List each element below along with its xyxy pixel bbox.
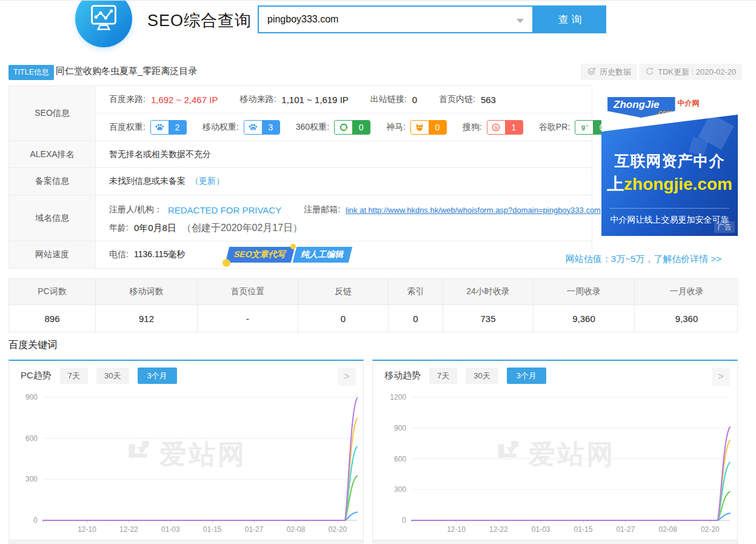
column-header: 一周收录 bbox=[534, 279, 635, 305]
baidu-weight-badge[interactable]: 2 bbox=[150, 120, 187, 135]
outlink-value: 0 bbox=[412, 95, 417, 105]
stat-value: 912 bbox=[96, 305, 198, 332]
mobile-trend-card: 移动趋势 7天 30天 3个月 > 爱站网 0300600900120012-1… bbox=[372, 360, 738, 544]
pc-trend-header: PC趋势 7天 30天 3个月 bbox=[9, 361, 363, 384]
svg-text:01-27: 01-27 bbox=[245, 525, 264, 534]
svg-text:12-10: 12-10 bbox=[78, 525, 96, 534]
360-weight-badge[interactable]: 0 bbox=[334, 120, 370, 135]
stat-value: 896 bbox=[9, 305, 96, 332]
tab-3months[interactable]: 3个月 bbox=[507, 368, 546, 384]
svg-text:600: 600 bbox=[25, 434, 38, 443]
promo-left-text: SEO文章代写 bbox=[226, 247, 295, 263]
row-label: 网站速度 bbox=[9, 241, 96, 268]
next-section-strip bbox=[9, 540, 363, 544]
section-title-baidu-keywords: 百度关键词 bbox=[8, 339, 57, 352]
promo-right-text: 纯人工编辑 bbox=[293, 247, 352, 263]
mobile-trend-chart-area: 爱站网 0300600900120012-1012-2201-0301-1501… bbox=[373, 390, 737, 536]
sogou-weight-label: 搜狗: bbox=[463, 122, 482, 133]
row-label: ALEXA排名 bbox=[9, 141, 96, 167]
svg-text:900: 900 bbox=[25, 393, 38, 401]
tab-7days[interactable]: 7天 bbox=[60, 368, 88, 384]
chevron-down-icon[interactable] bbox=[517, 19, 524, 23]
shenma-weight-value: 0 bbox=[429, 121, 446, 134]
svg-text:S: S bbox=[495, 124, 498, 130]
stat-value: 0 bbox=[389, 305, 443, 332]
dot-decor bbox=[290, 244, 296, 249]
pc-trend-card: PC趋势 7天 30天 3个月 > 爱站网 030060090012-1012-… bbox=[8, 360, 364, 544]
svg-text:12-22: 12-22 bbox=[489, 525, 508, 534]
dot-decor bbox=[222, 259, 230, 267]
site-logo[interactable] bbox=[75, 0, 132, 47]
paw-icon bbox=[151, 121, 169, 134]
mobile-weight-value: 3 bbox=[262, 121, 279, 134]
svg-text:600: 600 bbox=[394, 455, 406, 463]
svg-text:02-08: 02-08 bbox=[287, 525, 306, 534]
age-value: 0年0月8日 bbox=[134, 223, 176, 234]
refresh-icon bbox=[645, 67, 654, 78]
query-button[interactable]: 查 询 bbox=[534, 5, 606, 33]
site-title-text: 同仁堂收购冬虫夏草_零距离泛目录 bbox=[56, 65, 197, 77]
mobile-trend-label: 移动趋势 bbox=[384, 370, 421, 381]
chevron-right-icon[interactable]: > bbox=[338, 368, 356, 386]
pc-trend-label: PC趋势 bbox=[21, 370, 52, 381]
svg-text:01-15: 01-15 bbox=[203, 525, 222, 534]
stat-value: 735 bbox=[443, 305, 534, 332]
tab-3months[interactable]: 3个月 bbox=[138, 368, 177, 384]
logo-text: ZhongJie bbox=[614, 99, 660, 110]
age-note: （创建于2020年02月17日） bbox=[182, 222, 303, 235]
seo-writing-promo-banner[interactable]: SEO文章代写 纯人工编辑 bbox=[227, 247, 350, 263]
svg-text:02-20: 02-20 bbox=[329, 525, 347, 534]
valuation-detail-link[interactable]: 了解估价详情 >> bbox=[654, 254, 721, 264]
column-header: 索引 bbox=[389, 279, 443, 305]
baidu-weight-value: 2 bbox=[169, 121, 186, 134]
layers-icon bbox=[587, 67, 596, 78]
zhongjie-ad-banner[interactable]: ZhongJie.com 中介网 互联网资产中介 上zhongjie.com 中… bbox=[601, 93, 738, 236]
next-section-strip bbox=[373, 540, 737, 544]
tab-7days[interactable]: 7天 bbox=[429, 368, 457, 384]
svg-text:02-20: 02-20 bbox=[701, 525, 720, 534]
tab-30days[interactable]: 30天 bbox=[96, 368, 129, 384]
mobile-trend-header: 移动趋势 7天 30天 3个月 bbox=[373, 361, 737, 384]
svg-text:g: g bbox=[581, 124, 585, 130]
history-data-label: 历史数据 bbox=[600, 67, 631, 78]
sogou-badge[interactable]: S1 bbox=[487, 120, 523, 135]
chevron-right-icon[interactable]: > bbox=[712, 368, 730, 386]
svg-text:0: 0 bbox=[33, 516, 38, 525]
search-input[interactable] bbox=[259, 7, 532, 32]
ad-headline: 互联网资产中介 bbox=[601, 151, 738, 171]
search-box bbox=[258, 5, 534, 33]
sogou-s-icon: S bbox=[487, 121, 505, 134]
svg-text:1200: 1200 bbox=[390, 393, 406, 401]
whois-email-link[interactable]: link at http://www.hkdns.hk/web/whoisfor… bbox=[346, 206, 601, 215]
svg-text:+: + bbox=[586, 124, 588, 127]
baidu-traffic-label: 百度来路: bbox=[109, 94, 146, 105]
shield-logo: ZhongJie.com bbox=[607, 97, 675, 118]
owl-icon-badge[interactable]: 0 bbox=[410, 120, 447, 135]
tab-30days[interactable]: 30天 bbox=[466, 368, 498, 384]
telecom-label: 电信: bbox=[109, 249, 129, 260]
ad-mark-label: 广告 bbox=[714, 221, 735, 233]
weights-line: 百度权重: 2 移动权重: m3 360权重: 0 神马: 0 搜狗: S1 谷… bbox=[96, 113, 592, 141]
360-ring-icon bbox=[335, 121, 352, 134]
mobile-trend-chart: 0300600900120012-1012-2201-0301-1501-270… bbox=[373, 390, 737, 536]
owl-icon bbox=[411, 121, 429, 134]
ad-sub-prefix: 上 bbox=[607, 175, 624, 193]
monitor-chart-icon bbox=[87, 1, 120, 36]
valuation-text: 网站估值：3万~5万， bbox=[566, 254, 654, 264]
stat-value: 9,360 bbox=[635, 305, 738, 332]
svg-text:900: 900 bbox=[394, 424, 406, 432]
table-row-seo-info: SEO信息 百度来路:1,692 ~ 2,467 IP 移动来路:1,101 ~… bbox=[9, 86, 592, 141]
svg-text:12-10: 12-10 bbox=[447, 525, 466, 534]
row-label: 域名信息 bbox=[9, 195, 96, 241]
360-weight-value: 0 bbox=[352, 121, 370, 134]
mobile-weight-badge[interactable]: m3 bbox=[244, 120, 280, 135]
beian-update-link[interactable]: （更新） bbox=[190, 176, 224, 187]
svg-text:300: 300 bbox=[25, 475, 38, 483]
history-data-button[interactable]: 历史数据 bbox=[581, 64, 637, 80]
svg-text:m: m bbox=[252, 127, 255, 130]
mobile-traffic-value: 1,101 ~ 1,619 IP bbox=[281, 95, 349, 105]
page-title: SEO综合查询 bbox=[147, 10, 252, 32]
mobile-traffic-label: 移动来路: bbox=[239, 94, 276, 105]
zhongjie-logo: ZhongJie.com 中介网 bbox=[607, 97, 700, 118]
ad-domain-text: zhongjie.com bbox=[624, 175, 732, 193]
